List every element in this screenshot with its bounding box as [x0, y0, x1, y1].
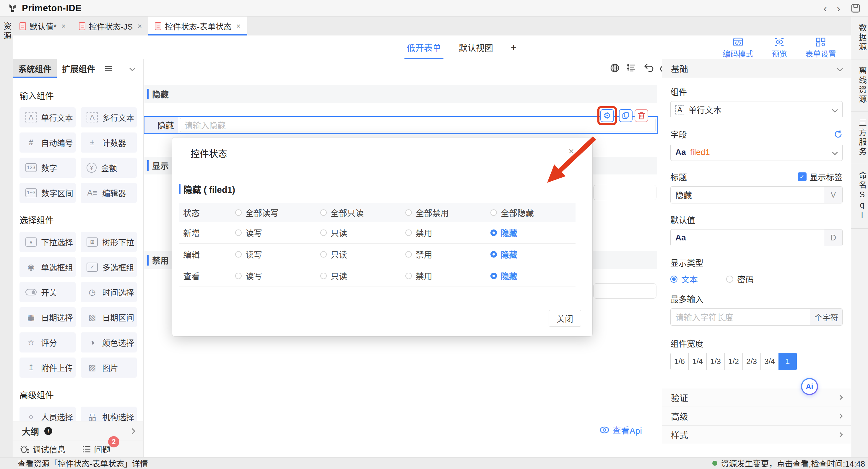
- default-value-input[interactable]: Aa D: [670, 229, 843, 246]
- modal-close-button[interactable]: 关闭: [549, 310, 581, 327]
- top-action-2[interactable]: 表单设置: [805, 37, 836, 59]
- palette-item-评分[interactable]: ☆评分: [20, 332, 75, 352]
- option-查看-读写[interactable]: 读写: [235, 270, 320, 282]
- title-variable-addon[interactable]: V: [824, 186, 842, 203]
- radio-icon[interactable]: [405, 230, 412, 236]
- radio-icon[interactable]: [235, 251, 242, 258]
- radio-icon[interactable]: [490, 209, 497, 216]
- editor-tab-1[interactable]: 控件状态-JS×: [72, 17, 149, 35]
- option-新增-隐藏[interactable]: 隐藏: [490, 227, 576, 239]
- inspector-section-验证[interactable]: 验证: [662, 388, 851, 407]
- inspector-header[interactable]: 基础: [662, 59, 851, 78]
- ai-assistant-button[interactable]: Ai: [801, 378, 818, 395]
- field-delete-button[interactable]: [634, 109, 648, 122]
- checkbox-checked-icon[interactable]: ✓: [798, 172, 807, 181]
- option-查看-只读[interactable]: 只读: [320, 270, 405, 282]
- palette-item-下拉选择[interactable]: ∨下拉选择: [20, 232, 75, 252]
- palette-item-单行文本[interactable]: A单行文本: [20, 107, 75, 127]
- radio-icon[interactable]: [726, 275, 733, 283]
- palette-item-附件上传[interactable]: ↥附件上传: [20, 357, 75, 378]
- inspector-section-高级[interactable]: 高级: [662, 407, 851, 426]
- view-tab-0[interactable]: 低开表单: [407, 35, 441, 59]
- view-tab-1[interactable]: 默认视图: [459, 35, 493, 59]
- palette-item-图片[interactable]: ▨图片: [81, 357, 137, 378]
- option-编辑-禁用[interactable]: 禁用: [405, 248, 490, 260]
- palette-item-机构选择[interactable]: 品机构选择: [81, 407, 137, 421]
- save-icon[interactable]: [850, 3, 861, 13]
- radio-icon[interactable]: [235, 230, 242, 236]
- palette-item-单选框组[interactable]: ◉单选框组: [20, 257, 75, 277]
- view-api-link[interactable]: 查看Api: [599, 424, 642, 436]
- palette-item-日期区间[interactable]: ▧日期区间: [81, 307, 137, 327]
- debug-info-button[interactable]: 调试信息: [20, 443, 66, 455]
- editor-tab-0[interactable]: 默认值*×: [13, 17, 72, 35]
- palette-item-人员选择[interactable]: ○人员选择: [20, 407, 75, 421]
- default-value-addon[interactable]: D: [824, 230, 842, 246]
- modal-close-icon[interactable]: ×: [568, 146, 574, 157]
- option-新增-只读[interactable]: 只读: [320, 227, 405, 239]
- header-option-全部读写[interactable]: 全部读写: [235, 207, 320, 218]
- right-rail-item-1[interactable]: 离线资源: [851, 59, 868, 112]
- option-新增-读写[interactable]: 读写: [235, 227, 320, 239]
- max-input-field[interactable]: 请输入字符长度 个字符: [670, 309, 843, 326]
- canvas-field-input[interactable]: [593, 283, 656, 299]
- width-option-1/6[interactable]: 1/6: [670, 353, 689, 370]
- option-新增-禁用[interactable]: 禁用: [405, 227, 490, 239]
- nav-forward-icon[interactable]: ›: [837, 3, 840, 13]
- canvas-section-hidden[interactable]: 隐藏: [145, 85, 657, 103]
- radio-icon[interactable]: [405, 273, 412, 279]
- width-option-1/2[interactable]: 1/2: [724, 353, 743, 370]
- width-option-2/3[interactable]: 2/3: [742, 353, 761, 370]
- width-option-1[interactable]: 1: [778, 353, 797, 370]
- radio-icon[interactable]: [405, 251, 412, 258]
- palette-item-时间选择[interactable]: ◷时间选择: [81, 282, 137, 302]
- tab-close-icon[interactable]: ×: [137, 22, 142, 31]
- component-select[interactable]: A 单行文本: [670, 101, 843, 118]
- header-option-全部只读[interactable]: 全部只读: [320, 207, 405, 218]
- display-type-option-文本[interactable]: 文本: [670, 273, 698, 285]
- radio-icon[interactable]: [490, 230, 497, 236]
- width-option-3/4[interactable]: 3/4: [761, 353, 779, 370]
- radio-icon[interactable]: [320, 209, 327, 216]
- palette-item-日期选择[interactable]: ▦日期选择: [20, 307, 75, 327]
- width-option-1/3[interactable]: 1/3: [706, 353, 725, 370]
- radio-icon[interactable]: [490, 251, 497, 258]
- radio-icon[interactable]: [670, 275, 677, 283]
- palette-item-自动编号[interactable]: #自动编号: [20, 133, 75, 153]
- show-label-checkbox-row[interactable]: ✓ 显示标签: [798, 171, 843, 183]
- top-action-1[interactable]: 预览: [772, 37, 787, 59]
- radio-icon[interactable]: [235, 273, 242, 279]
- selected-field-row[interactable]: 隐藏 请输入隐藏: [144, 116, 658, 134]
- radio-icon[interactable]: [235, 209, 242, 216]
- width-option-1/4[interactable]: 1/4: [688, 353, 707, 370]
- palette-item-计数器[interactable]: ±计数器: [81, 133, 137, 153]
- right-rail-item-0[interactable]: 数据源: [851, 17, 868, 59]
- palette-tab-1[interactable]: 扩展组件: [57, 59, 100, 78]
- option-查看-隐藏[interactable]: 隐藏: [490, 270, 576, 282]
- right-rail-item-2[interactable]: 三方服务: [851, 112, 868, 164]
- palette-item-多选框组[interactable]: ✓多选框组: [81, 257, 137, 277]
- display-type-option-密码[interactable]: 密码: [726, 273, 754, 285]
- status-left-text[interactable]: 查看资源「控件状态-表单状态」详情: [18, 458, 148, 469]
- editor-tab-2[interactable]: 控件状态-表单状态×: [148, 17, 247, 35]
- header-option-全部隐藏[interactable]: 全部隐藏: [490, 207, 576, 218]
- palette-item-编辑器[interactable]: A≡编辑器: [81, 183, 137, 203]
- list-view-icon[interactable]: [105, 66, 112, 71]
- palette-item-金额[interactable]: ¥金额: [81, 157, 137, 178]
- radio-icon[interactable]: [320, 251, 327, 258]
- field-copy-button[interactable]: [619, 109, 632, 122]
- palette-tab-0[interactable]: 系统组件: [13, 59, 57, 78]
- right-rail-item-3[interactable]: 命名Sql: [851, 164, 868, 229]
- add-view-button[interactable]: +: [511, 42, 517, 53]
- title-input[interactable]: 隐藏 V: [670, 186, 843, 203]
- option-编辑-隐藏[interactable]: 隐藏: [490, 248, 576, 260]
- palette-item-颜色选择[interactable]: ◑颜色选择: [81, 332, 137, 352]
- problems-button[interactable]: 问题 2: [82, 443, 111, 455]
- form-canvas[interactable]: 隐藏 隐藏 请输入隐藏 ⚙: [144, 59, 662, 457]
- status-right-text[interactable]: 资源发生变更，点击查看,检查时间:14:48: [721, 458, 865, 469]
- outline-tree-icon[interactable]: [626, 63, 637, 74]
- left-rail-resources-tab[interactable]: 资源: [0, 22, 13, 41]
- outline-bar[interactable]: 大纲 i: [13, 421, 143, 441]
- palette-item-数字[interactable]: 123数字: [20, 157, 75, 178]
- field-input[interactable]: 请输入隐藏: [180, 118, 656, 132]
